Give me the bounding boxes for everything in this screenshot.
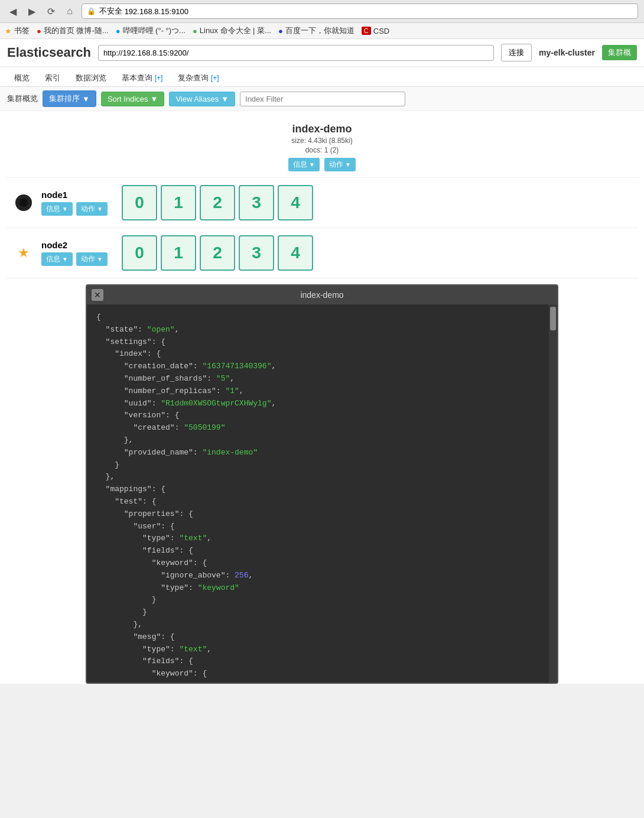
connect-button[interactable]: 连接 [501, 44, 532, 61]
index-action-caret: ▼ [345, 161, 351, 168]
node1-icon [15, 194, 32, 211]
index-action-button[interactable]: 动作 ▼ [324, 158, 356, 171]
json-state-key: "state" [106, 325, 138, 334]
index-info-button[interactable]: 信息 ▼ [288, 158, 320, 171]
bilibili-icon: ● [116, 27, 121, 35]
node2-shard-4: 4 [278, 235, 313, 271]
app-header: Elasticsearch 连接 my-elk-cluster 集群概 [0, 39, 644, 67]
index-name: index-demo [12, 123, 632, 135]
baidu-icon: ● [278, 27, 283, 35]
sort-indices-caret: ▼ [151, 95, 158, 103]
sort-indices-label: Sort Indices [108, 95, 148, 103]
reload-button[interactable]: ⟳ [44, 4, 58, 18]
view-aliases-caret: ▼ [221, 95, 229, 103]
bookmarks-label[interactable]: ★ 书签 [5, 25, 30, 36]
modal-header: ✕ index-demo [87, 285, 557, 304]
index-filter-input[interactable] [240, 92, 405, 106]
bookmarks-bar: ★ 书签 ● 我的首页 微博-随... ● 哔哩哔哩 (°- °)つ... ● … [0, 23, 644, 39]
forward-button[interactable]: ▶ [25, 4, 39, 18]
node1-info: node1 信息 ▼ 动作 ▼ [41, 190, 112, 216]
basic-query-plus: [+] [155, 74, 163, 82]
main-content: index-demo size: 4.43ki (8.85ki) docs: 1… [0, 111, 644, 284]
json-state-value: "open" [147, 325, 175, 334]
cluster-sort-caret: ▼ [82, 95, 90, 103]
bookmark-linux[interactable]: ● Linux 命令大全 | 菜... [193, 25, 271, 36]
node1-action-label: 动作 [81, 204, 95, 214]
node1-action-button[interactable]: 动作 ▼ [76, 202, 108, 216]
scrollbar-thumb [550, 307, 556, 330]
node2-buttons: 信息 ▼ 动作 ▼ [41, 252, 112, 266]
complex-query-plus: [+] [211, 74, 219, 82]
tab-index[interactable]: 索引 [38, 70, 67, 86]
node1-action-caret: ▼ [97, 206, 103, 212]
node2-row: ★ node2 信息 ▼ 动作 ▼ 0 1 2 [6, 228, 638, 278]
browser-url-bar[interactable]: 🔒 不安全 192.168.8.15:9100 [82, 4, 638, 19]
node2-shard-0: 0 [122, 235, 157, 271]
tab-complex-query[interactable]: 复杂查询 [+] [171, 70, 226, 86]
node1-shard-0: 0 [122, 185, 157, 220]
node1-dot [19, 199, 28, 207]
node1-shard-3: 3 [239, 185, 274, 220]
node2-info-label: 信息 [46, 254, 60, 264]
node2-name: node2 [41, 240, 112, 250]
node1-row: node1 信息 ▼ 动作 ▼ 0 1 2 3 4 [6, 178, 638, 228]
modal-close-button[interactable]: ✕ [92, 289, 103, 301]
index-size: size: 4.43ki (8.85ki) [12, 137, 632, 145]
modal: ✕ index-demo { "state": "open", "setting… [86, 284, 558, 684]
browser-url-text: 192.168.8.15:9100 [125, 7, 188, 16]
linux-icon: ● [193, 27, 197, 35]
modal-scrollbar[interactable] [549, 304, 557, 683]
node1-info-caret: ▼ [62, 206, 68, 212]
index-card: index-demo size: 4.43ki (8.85ki) docs: 1… [6, 117, 638, 178]
node2-shard-2: 2 [200, 235, 235, 271]
bookmark-bilibili[interactable]: ● 哔哩哔哩 (°- °)つ... [116, 25, 186, 36]
node2-shard-1: 1 [161, 235, 196, 271]
app-container: Elasticsearch 连接 my-elk-cluster 集群概 概览 索… [0, 39, 644, 684]
sort-indices-button[interactable]: Sort Indices ▼ [101, 92, 165, 106]
node2-info-caret: ▼ [62, 256, 68, 262]
index-actions: 信息 ▼ 动作 ▼ [12, 158, 632, 171]
node1-shard-4: 4 [278, 185, 313, 220]
bookmark-baidu[interactable]: ● 百度一下，你就知道 [278, 25, 354, 36]
view-aliases-button[interactable]: View Aliases ▼ [169, 92, 235, 106]
node1-shards: 0 1 2 3 4 [122, 185, 629, 220]
tab-basic-query[interactable]: 基本查询 [+] [115, 70, 170, 86]
close-icon: ✕ [94, 290, 101, 300]
bookmarks-text: 书签 [14, 25, 30, 36]
security-icon: 🔒 [87, 7, 96, 15]
node2-action-caret: ▼ [97, 256, 103, 262]
node1-shard-2: 2 [200, 185, 235, 220]
node2-info: node2 信息 ▼ 动作 ▼ [41, 240, 112, 266]
node1-name: node1 [41, 190, 112, 200]
weibo-icon: ● [37, 27, 41, 35]
app-title: Elasticsearch [7, 45, 91, 60]
node2-info-button[interactable]: 信息 ▼ [41, 252, 73, 266]
node1-buttons: 信息 ▼ 动作 ▼ [41, 202, 112, 216]
cluster-overview-label: 集群概览 [7, 93, 38, 104]
node2-action-label: 动作 [81, 254, 95, 264]
cluster-sort-button[interactable]: 集群排序 ▼ [43, 90, 96, 107]
home-button[interactable]: ⌂ [63, 4, 77, 18]
modal-body[interactable]: { "state": "open", "settings": { "index"… [87, 304, 549, 683]
back-button[interactable]: ◀ [6, 4, 20, 18]
node2-action-button[interactable]: 动作 ▼ [76, 252, 108, 266]
view-aliases-label: View Aliases [175, 95, 219, 103]
app-url-input[interactable] [98, 45, 494, 61]
csdn-icon: C [362, 27, 371, 35]
node2-shards: 0 1 2 3 4 [122, 235, 629, 271]
index-info-label: 信息 [293, 160, 307, 170]
tab-data-browse[interactable]: 数据浏览 [69, 70, 113, 86]
modal-title: index-demo [300, 290, 343, 300]
tab-overview[interactable]: 概览 [7, 70, 37, 86]
cluster-badge: 集群概 [602, 45, 637, 60]
index-docs: docs: 1 (2) [12, 146, 632, 154]
cluster-sort-label: 集群排序 [49, 93, 80, 104]
node2-shard-3: 3 [239, 235, 274, 271]
node1-info-label: 信息 [46, 204, 60, 214]
bookmark-csdn[interactable]: C CSD [362, 27, 389, 35]
index-info-caret: ▼ [309, 161, 315, 168]
bookmark-weibo[interactable]: ● 我的首页 微博-随... [37, 25, 109, 36]
modal-overlay: ✕ index-demo { "state": "open", "setting… [0, 284, 644, 684]
node2-icon: ★ [15, 245, 32, 261]
node1-info-button[interactable]: 信息 ▼ [41, 202, 73, 216]
